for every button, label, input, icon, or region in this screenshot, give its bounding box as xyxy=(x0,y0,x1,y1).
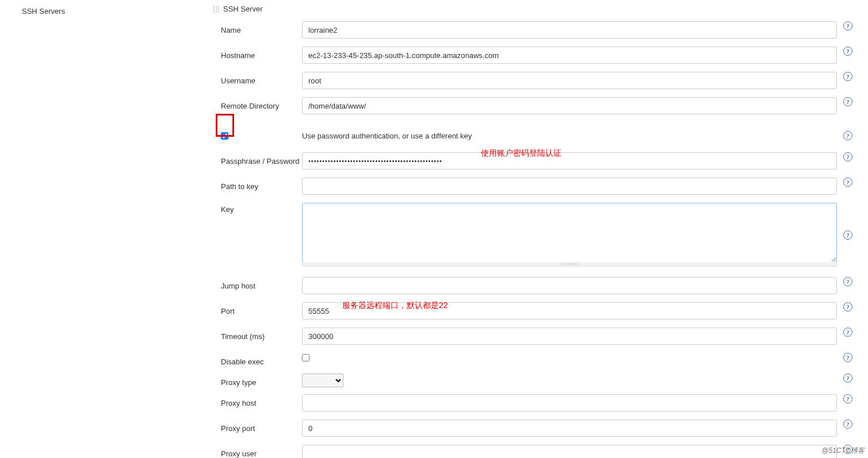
proxy-port-label: Proxy port xyxy=(213,419,302,433)
help-icon[interactable]: ? xyxy=(843,21,852,30)
help-icon[interactable]: ? xyxy=(843,302,852,311)
help-icon[interactable]: ? xyxy=(843,97,852,106)
proxy-port-input[interactable] xyxy=(302,419,837,437)
help-icon[interactable]: ? xyxy=(843,152,852,161)
disable-exec-checkbox[interactable] xyxy=(302,354,309,361)
help-icon[interactable]: ? xyxy=(843,230,852,240)
name-label: Name xyxy=(213,21,302,34)
svg-point-7 xyxy=(216,11,217,12)
jump-host-label: Jump host xyxy=(213,277,302,290)
path-to-key-label: Path to key xyxy=(213,178,302,191)
path-to-key-input[interactable] xyxy=(302,178,837,195)
textarea-resize-handle[interactable] xyxy=(302,262,837,267)
svg-point-6 xyxy=(213,11,215,12)
help-icon[interactable]: ? xyxy=(843,131,852,140)
hostname-label: Hostname xyxy=(213,47,302,60)
disable-exec-label: Disable exec xyxy=(213,353,302,366)
svg-point-8 xyxy=(218,11,219,12)
help-icon[interactable]: ? xyxy=(843,178,852,187)
svg-point-0 xyxy=(213,6,215,7)
proxy-host-input[interactable] xyxy=(302,394,837,411)
key-textarea[interactable] xyxy=(302,203,837,263)
jump-host-input[interactable] xyxy=(302,277,837,294)
svg-point-5 xyxy=(218,9,219,10)
proxy-user-input[interactable] xyxy=(302,445,837,458)
passphrase-input[interactable] xyxy=(302,152,837,170)
help-icon[interactable]: ? xyxy=(843,277,852,286)
help-icon[interactable]: ? xyxy=(843,419,852,429)
svg-point-3 xyxy=(213,9,215,10)
section-title: SSH Server xyxy=(223,5,263,13)
username-label: Username xyxy=(213,72,302,85)
left-section-title: SSH Servers xyxy=(22,7,65,16)
proxy-host-label: Proxy host xyxy=(213,394,302,407)
help-icon[interactable]: ? xyxy=(843,353,852,362)
svg-point-4 xyxy=(216,9,217,10)
ssh-server-header: SSH Server xyxy=(213,5,856,13)
help-icon[interactable]: ? xyxy=(843,394,852,403)
key-label: Key xyxy=(213,203,302,267)
svg-point-1 xyxy=(216,6,217,7)
remote-dir-input[interactable] xyxy=(302,97,837,114)
svg-point-2 xyxy=(218,6,219,7)
proxy-type-select[interactable] xyxy=(302,374,343,387)
use-password-label: Use password authentication, or use a di… xyxy=(302,132,839,140)
passphrase-label: Passphrase / Password xyxy=(213,152,302,166)
use-password-checkbox[interactable] xyxy=(221,132,228,140)
help-icon[interactable]: ? xyxy=(843,47,852,56)
name-input[interactable] xyxy=(302,21,837,39)
proxy-user-label: Proxy user xyxy=(213,445,302,458)
help-icon[interactable]: ? xyxy=(843,72,852,81)
watermark: @51CTO博客 xyxy=(821,446,865,456)
username-input[interactable] xyxy=(302,72,837,89)
help-icon[interactable]: ? xyxy=(843,374,852,383)
drag-grip-icon[interactable] xyxy=(213,6,220,13)
port-input[interactable] xyxy=(302,302,837,320)
hostname-input[interactable] xyxy=(302,47,837,64)
proxy-type-label: Proxy type xyxy=(213,374,302,387)
remote-dir-label: Remote Directory xyxy=(213,97,302,110)
help-icon[interactable]: ? xyxy=(843,328,852,337)
port-label: Port xyxy=(213,302,302,315)
timeout-input[interactable] xyxy=(302,328,837,345)
timeout-label: Timeout (ms) xyxy=(213,328,302,341)
